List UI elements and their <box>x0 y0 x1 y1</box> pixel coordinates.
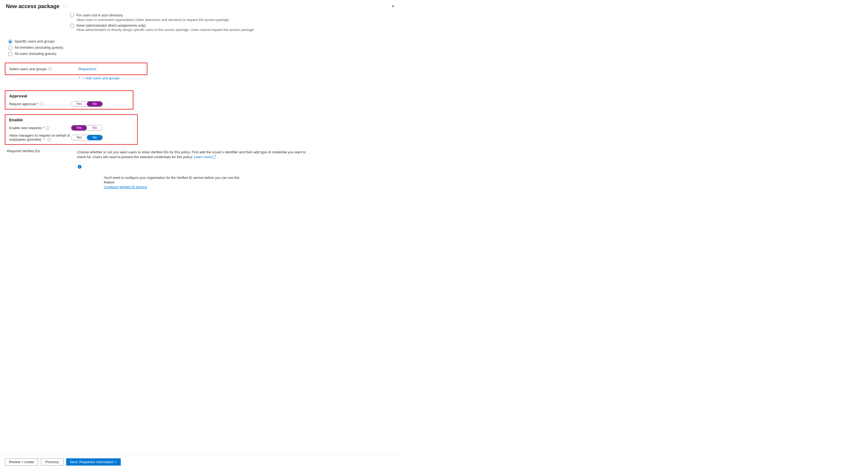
blade-header: New access package ··· ✕ <box>0 0 403 11</box>
radio-label: For users not in your directory <box>76 13 229 17</box>
info-icon[interactable]: i <box>47 138 51 142</box>
radio-sublabel: Allow users in connected organizations (… <box>76 18 229 22</box>
toggle-no[interactable]: No <box>87 125 102 130</box>
close-icon[interactable]: ✕ <box>389 3 397 10</box>
verified-desc-text: Choose whether or not you want users to … <box>77 150 306 159</box>
highlight-select-users: Select users and groups i Requestor1 <box>5 63 147 75</box>
radio-icon[interactable] <box>8 52 12 56</box>
radio-all-members[interactable]: All members (excluding guests) <box>7 45 396 50</box>
info-icon[interactable]: i <box>49 67 52 71</box>
highlight-approval: Approval Require approval * i Yes No <box>5 90 133 110</box>
config-message-text: You'll need to configure your organizati… <box>104 176 249 185</box>
add-users-link[interactable]: + Add users and groups <box>83 76 120 80</box>
radio-icon[interactable] <box>8 39 12 44</box>
approval-section-title: Approval <box>9 94 129 98</box>
allow-managers-label: Allow managers to request on behalf of e… <box>9 133 70 142</box>
verified-info-row: i <box>7 164 396 169</box>
info-icon[interactable]: i <box>40 102 43 106</box>
main-content: For users not in your directory Allow us… <box>0 11 403 200</box>
toggle-no[interactable]: No <box>87 135 102 140</box>
toggle-yes[interactable]: Yes <box>71 135 87 140</box>
add-issuer-button: ＋ Add issuer <box>7 199 396 200</box>
highlight-enable: Enable Enable new requests * i Yes No Al… <box>5 114 138 145</box>
enable-new-requests-label: Enable new requests <box>9 126 42 130</box>
radio-label: Specific users and groups <box>14 39 55 43</box>
allow-managers-toggle[interactable]: Yes No <box>71 135 103 141</box>
select-users-label: Select users and groups <box>9 67 47 71</box>
radio-label: All members (excluding guests) <box>14 45 63 50</box>
enable-new-requests-toggle[interactable]: Yes No <box>71 125 103 131</box>
required-asterisk: * <box>43 126 44 130</box>
plus-icon: ＋ <box>80 199 84 200</box>
require-approval-toggle[interactable]: Yes No <box>71 101 103 107</box>
page-title: New access package <box>6 3 59 9</box>
learn-more-link[interactable]: Learn more <box>194 155 215 159</box>
required-asterisk: * <box>43 137 45 142</box>
radio-label: All users (including guests) <box>14 52 56 56</box>
verified-ids-label: Required Verified IDs <box>7 149 40 153</box>
configure-verified-id-link[interactable]: Configure Verified ID Service <box>104 185 147 189</box>
require-approval-label: Require approval <box>9 102 36 106</box>
external-link-icon <box>212 156 215 158</box>
radio-label: None (administrator direct assignments o… <box>76 23 146 27</box>
radio-icon[interactable] <box>8 46 12 50</box>
radio-icon[interactable] <box>70 13 74 17</box>
required-asterisk: * <box>79 76 80 80</box>
toggle-yes[interactable]: Yes <box>71 101 87 106</box>
add-users-row: * + Add users and groups <box>7 76 396 80</box>
toggle-yes[interactable]: Yes <box>71 125 87 130</box>
info-icon[interactable]: i <box>46 126 49 130</box>
verified-config-message: You'll need to configure your organizati… <box>7 176 249 190</box>
radio-sublabel: Allow administrators to directly assign … <box>76 28 254 32</box>
radio-specific-users[interactable]: Specific users and groups <box>7 39 396 44</box>
toggle-no[interactable]: No <box>87 101 102 106</box>
radio-icon[interactable] <box>70 24 74 28</box>
radio-all-users[interactable]: All users (including guests) <box>7 52 396 56</box>
radio-not-in-directory[interactable]: For users not in your directory Allow us… <box>7 13 396 22</box>
required-asterisk: * <box>37 102 38 106</box>
more-actions-icon[interactable]: ··· <box>63 4 67 9</box>
radio-none-admin[interactable]: None (administrator direct assignments o… <box>7 23 396 32</box>
enable-section-title: Enable <box>9 118 133 122</box>
info-icon[interactable]: i <box>78 165 82 169</box>
selected-user-link[interactable]: Requestor1 <box>79 67 96 71</box>
